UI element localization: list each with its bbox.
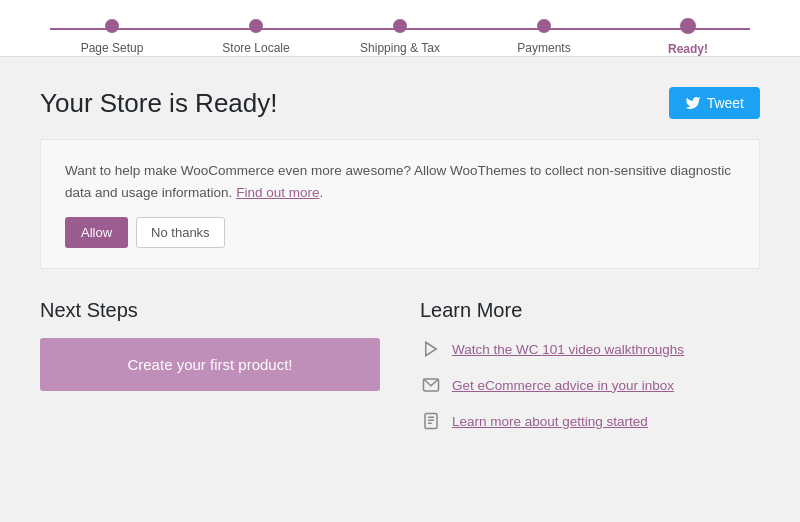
- notice-text-content: Want to help make WooCommerce even more …: [65, 163, 731, 200]
- step-label-1: Store Locale: [222, 41, 289, 55]
- learn-more-column: Learn More Watch the WC 101 video walkth…: [420, 299, 760, 432]
- progress-steps: Page Setup Store Locale Shipping & Tax P…: [40, 18, 760, 56]
- progress-step-0: Page Setup: [40, 19, 184, 55]
- step-label-4: Ready!: [668, 42, 708, 56]
- next-steps-title: Next Steps: [40, 299, 380, 322]
- learn-link-1[interactable]: Get eCommerce advice in your inbox: [452, 378, 674, 393]
- video-icon: [420, 338, 442, 360]
- step-dot-1: [249, 19, 263, 33]
- progress-step-2: Shipping & Tax: [328, 19, 472, 55]
- email-icon: [420, 374, 442, 396]
- find-out-more-link[interactable]: Find out more: [236, 185, 319, 200]
- notice-text: Want to help make WooCommerce even more …: [65, 160, 735, 203]
- twitter-icon: [685, 95, 701, 111]
- document-icon: [420, 410, 442, 432]
- progress-step-4: Ready!: [616, 18, 760, 56]
- progress-step-3: Payments: [472, 19, 616, 55]
- step-dot-3: [537, 19, 551, 33]
- next-steps-column: Next Steps Create your first product!: [40, 299, 380, 432]
- tweet-button-label: Tweet: [707, 95, 744, 111]
- step-dot-2: [393, 19, 407, 33]
- learn-link-item-0: Watch the WC 101 video walkthroughs: [420, 338, 760, 360]
- learn-more-title: Learn More: [420, 299, 760, 322]
- svg-marker-0: [426, 342, 437, 356]
- allow-button[interactable]: Allow: [65, 217, 128, 248]
- progress-step-1: Store Locale: [184, 19, 328, 55]
- step-dot-0: [105, 19, 119, 33]
- notice-buttons: Allow No thanks: [65, 217, 735, 248]
- learn-link-item-1: Get eCommerce advice in your inbox: [420, 374, 760, 396]
- main-content: Your Store is Ready! Tweet Want to help …: [0, 57, 800, 462]
- learn-link-2[interactable]: Learn more about getting started: [452, 414, 648, 429]
- step-dot-4: [680, 18, 696, 34]
- step-label-3: Payments: [517, 41, 570, 55]
- page-title: Your Store is Ready!: [40, 88, 278, 119]
- tweet-button[interactable]: Tweet: [669, 87, 760, 119]
- header-row: Your Store is Ready! Tweet: [40, 87, 760, 119]
- step-label-0: Page Setup: [81, 41, 144, 55]
- two-column-layout: Next Steps Create your first product! Le…: [40, 299, 760, 432]
- no-thanks-button[interactable]: No thanks: [136, 217, 225, 248]
- progress-bar-container: Page Setup Store Locale Shipping & Tax P…: [0, 0, 800, 57]
- notice-box: Want to help make WooCommerce even more …: [40, 139, 760, 269]
- step-label-2: Shipping & Tax: [360, 41, 440, 55]
- learn-link-item-2: Learn more about getting started: [420, 410, 760, 432]
- learn-more-links: Watch the WC 101 video walkthroughs Get …: [420, 338, 760, 432]
- create-product-button[interactable]: Create your first product!: [40, 338, 380, 391]
- learn-link-0[interactable]: Watch the WC 101 video walkthroughs: [452, 342, 684, 357]
